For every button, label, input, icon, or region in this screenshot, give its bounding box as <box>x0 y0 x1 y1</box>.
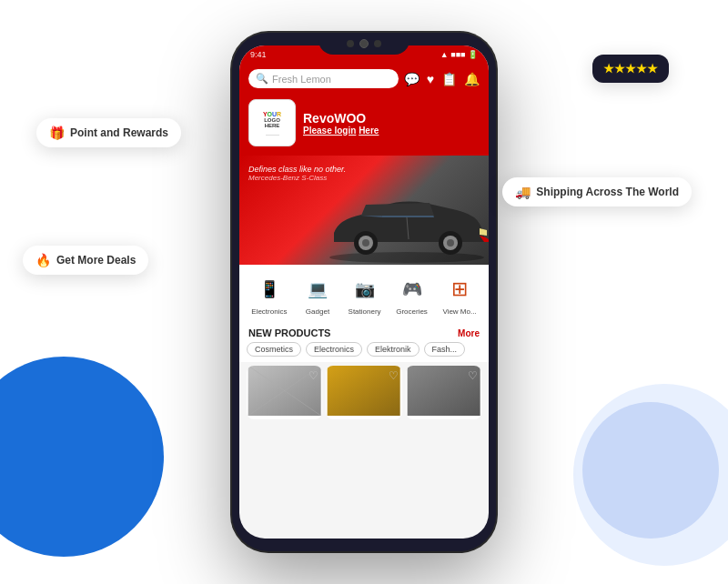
deals-badge: 🔥 Get More Deals <box>23 246 148 275</box>
heart-icon-2[interactable]: ♡ <box>389 369 399 382</box>
login-link[interactable]: Here <box>359 126 379 136</box>
logo-letter-y: R <box>277 111 281 117</box>
search-input-container[interactable]: 🔍 Fresh Lemon <box>248 69 399 88</box>
product-card-1[interactable]: ♡ <box>247 366 322 419</box>
status-time: 9:41 <box>250 50 267 59</box>
user-section: YOUR LOGO HERE ⎯⎯⎯⎯⎯ RevoWOO Please logi… <box>239 94 489 156</box>
deals-label: Get More Deals <box>56 254 136 267</box>
stars-badge: ★★★★★ <box>592 55 669 83</box>
chip-fashion[interactable]: Fash... <box>424 342 466 357</box>
new-products-header: NEW PRODUCTS More <box>239 320 489 342</box>
search-placeholder: Fresh Lemon <box>272 74 331 85</box>
banner-headline: Defines class like no other. <box>248 165 346 174</box>
filter-chips: Cosmetics Electronics Elektronik Fash... <box>239 342 489 362</box>
logo-line3: HERE <box>265 123 280 128</box>
bell-icon[interactable]: 🔔 <box>464 72 480 86</box>
categories-section: 📱 Electronics 💻 Gadget 📷 Stationery 🎮 Gr… <box>239 265 489 320</box>
chat-icon[interactable]: 💬 <box>404 72 420 86</box>
svg-point-6 <box>447 239 454 247</box>
shipping-label: Shipping Across The World <box>536 186 679 198</box>
phone-frame: 9:41 ▲ ■■■ 🔋 🔍 Fresh Lemon 💬 ♥ 📋 🔔 <box>232 33 496 551</box>
stationery-label: Stationery <box>349 307 381 316</box>
more-label: View Mo... <box>442 307 476 316</box>
chip-cosmetics[interactable]: Cosmetics <box>247 342 301 357</box>
svg-point-3 <box>362 239 369 247</box>
notch-dot <box>347 40 354 47</box>
electronics-icon: 📱 <box>254 274 285 305</box>
banner-subtext: Mercedes-Benz S-Class <box>248 174 346 182</box>
star-rating: ★★★★★ <box>603 62 658 76</box>
phone-wrapper: 9:41 ▲ ■■■ 🔋 🔍 Fresh Lemon 💬 ♥ 📋 🔔 <box>232 33 496 551</box>
gift-icon: 🎁 <box>49 126 65 140</box>
more-button[interactable]: More <box>458 328 480 338</box>
bg-circle-right-inner <box>582 402 719 539</box>
product-card-2[interactable]: ♡ <box>326 366 401 419</box>
category-stationery[interactable]: 📷 Stationery <box>349 274 381 316</box>
login-text: Please login <box>303 126 356 136</box>
phone-screen: 9:41 ▲ ■■■ 🔋 🔍 Fresh Lemon 💬 ♥ 📋 🔔 <box>239 45 489 539</box>
gadget-icon: 💻 <box>302 274 333 305</box>
chip-electronics[interactable]: Electronics <box>306 342 362 357</box>
banner-text: Defines class like no other. Mercedes-Be… <box>248 165 346 182</box>
product-card-3[interactable]: ♡ <box>406 366 481 419</box>
svg-point-0 <box>329 252 484 263</box>
car-banner: Defines class like no other. Mercedes-Be… <box>239 156 489 265</box>
search-icon: 🔍 <box>256 73 268 85</box>
more-icon: ⊞ <box>444 274 475 305</box>
fire-icon: 🔥 <box>35 253 51 267</box>
new-products-title: NEW PRODUCTS <box>248 327 330 338</box>
groceries-label: Groceries <box>396 307 428 316</box>
heart-icon-3[interactable]: ♡ <box>468 369 478 382</box>
bg-circle-left <box>0 357 164 557</box>
category-electronics[interactable]: 📱 Electronics <box>251 274 287 316</box>
user-name: RevoWOO <box>303 111 480 126</box>
points-label: Point and Rewards <box>70 126 168 139</box>
points-badge: 🎁 Point and Rewards <box>36 118 181 147</box>
category-more[interactable]: ⊞ View Mo... <box>442 274 476 316</box>
list-icon[interactable]: 📋 <box>441 72 457 86</box>
logo-subtext: ⎯⎯⎯⎯⎯ <box>266 130 279 136</box>
notch-camera <box>359 39 369 48</box>
header-icons: 💬 ♥ 📋 🔔 <box>404 72 480 86</box>
status-icons: ▲ ■■■ 🔋 <box>440 50 478 59</box>
phone-notch <box>318 33 410 55</box>
groceries-icon: 🎮 <box>397 274 428 305</box>
car-image <box>316 183 489 265</box>
gadget-label: Gadget <box>306 307 329 316</box>
brand-logo: YOUR LOGO HERE ⎯⎯⎯⎯⎯ <box>248 99 296 146</box>
user-login: Please login Here <box>303 126 480 136</box>
electronics-label: Electronics <box>251 307 287 316</box>
chip-elektronik[interactable]: Elektronik <box>367 342 420 357</box>
heart-icon[interactable]: ♥ <box>427 72 434 86</box>
category-gadget[interactable]: 💻 Gadget <box>302 274 333 316</box>
product-grid: ♡ ♡ <box>239 362 489 423</box>
search-bar: 🔍 Fresh Lemon 💬 ♥ 📋 🔔 <box>239 64 489 94</box>
user-info: RevoWOO Please login Here <box>303 111 480 136</box>
shipping-badge-float: 🚚 Shipping Across The World <box>502 177 692 206</box>
stationery-icon: 📷 <box>349 274 380 305</box>
notch-dot-2 <box>374 40 381 47</box>
heart-icon-1[interactable]: ♡ <box>308 369 318 382</box>
truck-icon: 🚚 <box>515 185 531 199</box>
category-groceries[interactable]: 🎮 Groceries <box>396 274 428 316</box>
